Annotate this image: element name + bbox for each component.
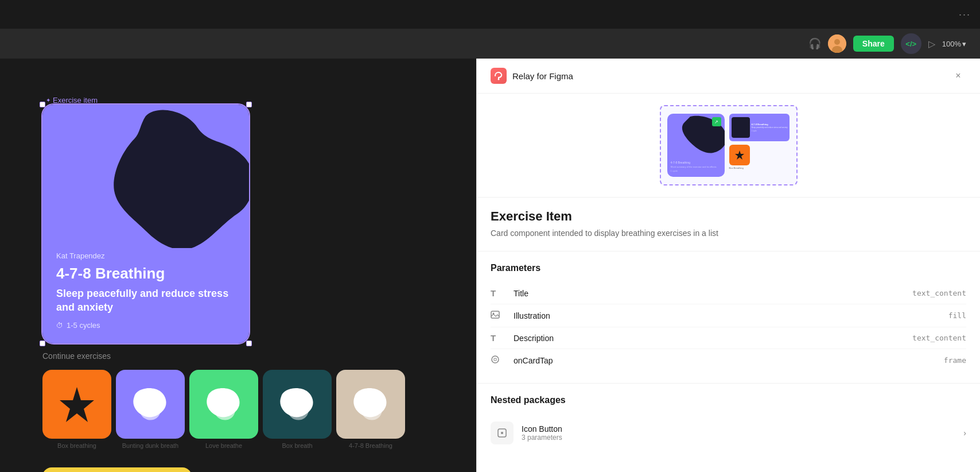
svg-point-8 [501,432,503,434]
exercise-item-label: Exercise item [46,96,98,105]
share-button[interactable]: Share [853,36,894,52]
nested-section: Nested packages Icon Button 3 parameters… [477,384,980,463]
play-button[interactable]: ▷ [928,38,935,49]
card-illustration [111,105,249,248]
param-type-illustration: fill [948,311,966,320]
preview-inner: 4-7-8 Breathing Short summary of the exe… [663,109,795,181]
param-type-oncardtap: frame [944,356,966,365]
param-row-illustration: Illustration fill [491,304,966,327]
preview-area: 4-7-8 Breathing Short summary of the exe… [477,94,980,198]
svg-point-6 [492,356,499,363]
exercise-card-beige[interactable] [336,370,405,439]
param-icon-illustration [491,310,507,321]
card-label-box-breath: Box breath [263,442,332,449]
avatar[interactable] [828,34,846,53]
card-subtitle: Sleep peacefully and reduce stress and a… [56,287,235,314]
param-name-illustration: Illustration [514,311,948,320]
code-button[interactable]: </> [901,33,921,54]
preview-side-cards: 4-7-8 Breathing Sleep peacefully and red… [729,114,790,177]
canvas-area: Exercise item Kat Trapendez 4-7-8 Breath… [0,59,476,472]
card-meta: 1-5 cycles [56,321,235,330]
exercise-card-green[interactable] [189,370,258,439]
nested-item-icon-button[interactable]: Icon Button 3 parameters › [491,415,966,451]
exercise-cards-row: Box breathing Bunting dunk breath [42,370,405,449]
param-icon-title: T [491,288,507,298]
nested-params: 3 parameters [522,434,963,442]
preview-star-card [729,145,750,165]
parameters-section: Parameters T Title text_content Illustra… [477,252,980,384]
preview-side-bottom: Box Breathing [729,145,790,169]
parameters-title: Parameters [491,263,966,273]
param-name-title: Title [514,289,912,298]
nested-info: Icon Button 3 parameters [522,424,963,442]
component-desc: Card component intended to display breat… [491,227,966,239]
gesture-icon [491,355,500,364]
icon-button-icon [497,428,507,438]
star-icon [57,384,97,424]
preview-green-btn: ↗ [712,117,721,126]
param-icon-description: T [491,333,507,343]
continue-section: Continue exercises Box breathing [42,351,405,449]
chevron-right-icon: › [963,428,966,438]
card-author: Kat Trapendez [56,252,235,260]
panel-title-row: Relay for Figma [491,68,573,84]
nested-title: Nested packages [491,395,966,405]
panel-header: Relay for Figma × [477,59,980,94]
headphone-icon[interactable]: 🎧 [808,37,821,50]
list-item: Love breathe [189,370,258,449]
preview-main-card: 4-7-8 Breathing Short summary of the exe… [667,114,725,177]
param-row-description: T Description text_content [491,327,966,349]
param-type-title: text_content [912,289,966,297]
exercise-card-teal[interactable] [263,370,332,439]
component-info: Exercise Item Card component intended to… [477,198,980,252]
nested-name: Icon Button [522,424,963,434]
relay-logo [491,68,507,84]
svg-point-3 [498,79,500,80]
card-content: Kat Trapendez 4-7-8 Breathing Sleep peac… [42,238,249,343]
top-bar-menu-icon[interactable]: ··· [959,9,971,21]
component-name: Exercise Item [491,209,966,224]
param-name-oncardtap: onCardTap [514,356,944,365]
param-icon-oncardtap [491,355,507,366]
top-bar: ··· [0,0,980,29]
svg-rect-4 [491,311,499,318]
exercise-item-card[interactable]: Kat Trapendez 4-7-8 Breathing Sleep peac… [42,105,249,343]
preview-frame: 4-7-8 Breathing Short summary of the exe… [660,105,798,185]
card-label-love-breathe: Love breathe [189,442,258,449]
param-type-description: text_content [912,334,966,342]
list-item: Bunting dunk breath [116,370,185,449]
nested-icon-box [491,421,514,444]
image-icon [491,310,500,319]
right-panel: Relay for Figma × 4-7-8 Breathing Short … [476,59,980,472]
exercise-card-orange[interactable] [42,370,111,439]
list-item: Box breath [263,370,332,449]
continue-title: Continue exercises [42,351,405,361]
panel-title: Relay for Figma [512,71,573,81]
card-label-478: 4-7-8 Breathing [336,442,405,449]
preview-card-text: 4-7-8 Breathing Short summary of the exe… [671,161,721,172]
preview-side-top: 4-7-8 Breathing Sleep peacefully and red… [729,114,790,141]
card-title: 4-7-8 Breathing [56,265,235,283]
blob-icon-beige [349,386,392,423]
svg-point-1 [834,39,840,45]
blob-icon-green [203,386,246,423]
card-label-box-breathing: Box breathing [42,442,111,449]
preview-side-text: 4-7-8 Breathing Sleep peacefully and red… [752,123,788,132]
zoom-control[interactable]: 100% ▾ [942,40,966,48]
bottom-card[interactable]: ✦ [42,467,192,472]
preview-star-icon [734,149,745,161]
list-item: Box breathing [42,370,111,449]
blob-icon-teal [276,386,319,423]
param-row-oncardtap: onCardTap frame [491,349,966,372]
exercise-card-purple[interactable] [116,370,185,439]
toolbar: 🎧 Share </> ▷ 100% ▾ [0,29,980,59]
blob-icon [129,386,172,423]
list-item: 4-7-8 Breathing [336,370,405,449]
close-button[interactable]: × [950,68,966,84]
param-row-title: T Title text_content [491,283,966,304]
card-label-bunting: Bunting dunk breath [116,442,185,449]
handle-tl [40,102,45,107]
param-name-description: Description [514,334,912,343]
